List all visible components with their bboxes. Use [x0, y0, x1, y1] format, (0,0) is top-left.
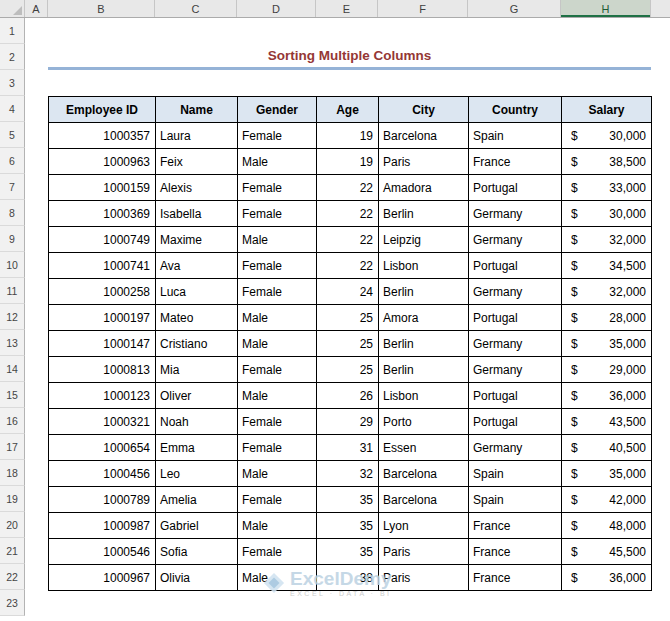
cell-age[interactable]: 22	[317, 253, 379, 279]
row-header-17[interactable]: 17	[0, 434, 25, 460]
row-header-4[interactable]: 4	[0, 96, 25, 122]
row-header-8[interactable]: 8	[0, 200, 25, 226]
cell-country[interactable]: Spain	[469, 123, 562, 149]
cell-age[interactable]: 35	[317, 513, 379, 539]
cell-name[interactable]: Cristiano	[156, 331, 238, 357]
cell-employee-id[interactable]: 1000369	[49, 201, 156, 227]
cell-name[interactable]: Leo	[156, 461, 238, 487]
cell-employee-id[interactable]: 1000357	[49, 123, 156, 149]
cell-salary[interactable]: $ 32,000	[562, 227, 652, 253]
header-name[interactable]: Name	[156, 97, 238, 123]
cell-gender[interactable]: Female	[238, 357, 317, 383]
cell-city[interactable]: Paris	[379, 149, 469, 175]
cell-gender[interactable]: Male	[238, 383, 317, 409]
row-header-3[interactable]: 3	[0, 70, 25, 96]
row-header-7[interactable]: 7	[0, 174, 25, 200]
cell-employee-id[interactable]: 1000147	[49, 331, 156, 357]
cell-city[interactable]: Barcelona	[379, 461, 469, 487]
cell-gender[interactable]: Male	[238, 149, 317, 175]
cell-name[interactable]: Maxime	[156, 227, 238, 253]
cell-city[interactable]: Berlin	[379, 279, 469, 305]
cell-age[interactable]: 25	[317, 331, 379, 357]
cell-age[interactable]: 22	[317, 201, 379, 227]
cell-name[interactable]: Feix	[156, 149, 238, 175]
cell-city[interactable]: Essen	[379, 435, 469, 461]
cell-name[interactable]: Olivia	[156, 565, 238, 591]
cell-employee-id[interactable]: 1000963	[49, 149, 156, 175]
cell-employee-id[interactable]: 1000123	[49, 383, 156, 409]
cell-gender[interactable]: Female	[238, 175, 317, 201]
cell-city[interactable]: Berlin	[379, 201, 469, 227]
cell-employee-id[interactable]: 1000159	[49, 175, 156, 201]
cell-age[interactable]: 26	[317, 383, 379, 409]
cell-country[interactable]: France	[469, 565, 562, 591]
cell-city[interactable]: Berlin	[379, 331, 469, 357]
cell-salary[interactable]: $ 35,000	[562, 331, 652, 357]
row-header-23[interactable]: 23	[0, 590, 25, 616]
column-header-E[interactable]: E	[316, 0, 378, 17]
cell-employee-id[interactable]: 1000456	[49, 461, 156, 487]
select-all-corner[interactable]	[0, 0, 25, 17]
cell-gender[interactable]: Male	[238, 513, 317, 539]
cell-salary[interactable]: $ 34,500	[562, 253, 652, 279]
cell-country[interactable]: Portugal	[469, 409, 562, 435]
cell-employee-id[interactable]: 1000258	[49, 279, 156, 305]
cell-employee-id[interactable]: 1000321	[49, 409, 156, 435]
cell-age[interactable]: 19	[317, 149, 379, 175]
row-header-14[interactable]: 14	[0, 356, 25, 382]
header-country[interactable]: Country	[469, 97, 562, 123]
row-header-1[interactable]: 1	[0, 18, 25, 44]
cell-name[interactable]: Luca	[156, 279, 238, 305]
cell-city[interactable]: Paris	[379, 565, 469, 591]
row-header-13[interactable]: 13	[0, 330, 25, 356]
header-employee-id[interactable]: Employee ID	[49, 97, 156, 123]
cell-country[interactable]: Portugal	[469, 253, 562, 279]
cell-salary[interactable]: $ 30,000	[562, 123, 652, 149]
cell-city[interactable]: Berlin	[379, 357, 469, 383]
cell-salary[interactable]: $ 33,000	[562, 175, 652, 201]
cell-city[interactable]: Leipzig	[379, 227, 469, 253]
cell-age[interactable]: 22	[317, 227, 379, 253]
cell-name[interactable]: Laura	[156, 123, 238, 149]
cell-country[interactable]: Portugal	[469, 305, 562, 331]
row-header-10[interactable]: 10	[0, 252, 25, 278]
cell-age[interactable]: 22	[317, 175, 379, 201]
cell-employee-id[interactable]: 1000197	[49, 305, 156, 331]
cell-age[interactable]: 24	[317, 279, 379, 305]
column-header-G[interactable]: G	[468, 0, 561, 17]
column-header-C[interactable]: C	[155, 0, 237, 17]
cell-country[interactable]: Spain	[469, 487, 562, 513]
cell-salary[interactable]: $ 38,500	[562, 149, 652, 175]
cell-salary[interactable]: $ 36,000	[562, 383, 652, 409]
cell-country[interactable]: Germany	[469, 435, 562, 461]
header-salary[interactable]: Salary	[562, 97, 652, 123]
cell-country[interactable]: Germany	[469, 201, 562, 227]
cell-age[interactable]: 29	[317, 409, 379, 435]
row-header-11[interactable]: 11	[0, 278, 25, 304]
cell-country[interactable]: Germany	[469, 331, 562, 357]
row-header-9[interactable]: 9	[0, 226, 25, 252]
cell-age[interactable]: 25	[317, 357, 379, 383]
cell-name[interactable]: Mateo	[156, 305, 238, 331]
cell-country[interactable]: France	[469, 149, 562, 175]
cell-gender[interactable]: Male	[238, 305, 317, 331]
cell-city[interactable]: Barcelona	[379, 487, 469, 513]
cell-gender[interactable]: Female	[238, 409, 317, 435]
cell-salary[interactable]: $ 35,000	[562, 461, 652, 487]
cell-country[interactable]: Spain	[469, 461, 562, 487]
row-header-20[interactable]: 20	[0, 512, 25, 538]
cell-name[interactable]: Ava	[156, 253, 238, 279]
row-header-6[interactable]: 6	[0, 148, 25, 174]
cell-age[interactable]: 35	[317, 539, 379, 565]
cell-city[interactable]: Porto	[379, 409, 469, 435]
column-header-H[interactable]: H	[561, 0, 651, 17]
cell-gender[interactable]: Female	[238, 123, 317, 149]
cell-gender[interactable]: Female	[238, 539, 317, 565]
cell-salary[interactable]: $ 45,500	[562, 539, 652, 565]
cell-age[interactable]: 38	[317, 565, 379, 591]
cell-city[interactable]: Paris	[379, 539, 469, 565]
cell-salary[interactable]: $ 32,000	[562, 279, 652, 305]
cell-salary[interactable]: $ 36,000	[562, 565, 652, 591]
cell-age[interactable]: 31	[317, 435, 379, 461]
cell-salary[interactable]: $ 30,000	[562, 201, 652, 227]
